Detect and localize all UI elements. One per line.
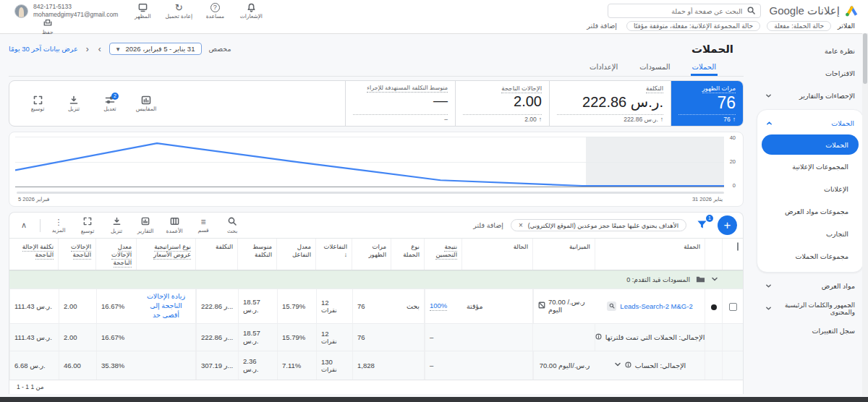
vertical-scrollbar[interactable] — [862, 33, 868, 396]
tab-settings[interactable]: الإعدادات — [588, 63, 619, 76]
table-search-button[interactable]: بحث — [221, 217, 243, 234]
header-opt-score[interactable]: نتيجة التحسين — [425, 239, 462, 270]
empty-cell — [462, 351, 533, 380]
date-range-value: 31 يناير - 5 فبراير، 2026 — [126, 45, 195, 53]
chevron-down-icon — [765, 283, 772, 289]
metrics-chart-icon — [141, 95, 151, 105]
campaign-status-chip[interactable]: حالة الحملة: مفعلة — [767, 21, 831, 31]
tab-drafts[interactable]: المسودات — [638, 63, 671, 76]
empty-cell — [723, 324, 743, 351]
adgroup-status-chip[interactable]: حالة المجموعة الإعلانية: مفعلة، متوقفة م… — [626, 21, 760, 31]
empty-cell — [391, 351, 425, 380]
sidebar-item-insights-reports[interactable]: الإحصاءات والتقارير — [757, 85, 864, 107]
sidebar-label: المجموعات الإعلانية — [792, 163, 848, 171]
row-checkbox[interactable] — [729, 303, 737, 311]
metric-target-cpa[interactable]: متوسط التكلفة المستهدفة للإجراء — – — [345, 81, 455, 126]
header-conv-rate[interactable]: معدل الإحالات الناجحة — [96, 239, 137, 270]
sidebar-item-recommendations[interactable]: الاقتراحات — [757, 62, 864, 85]
header-interaction-rate[interactable]: معدل التفاعل — [277, 239, 316, 270]
impressions-cell: 1,828 — [352, 351, 391, 380]
drafts-in-progress-row[interactable]: المسودات قيد التقدم: 0 — [9, 270, 743, 288]
header-interactions[interactable]: التفاعلات ↓ — [316, 239, 352, 270]
brand[interactable]: إعلانات Google — [770, 4, 859, 19]
global-search[interactable] — [608, 4, 761, 18]
top-app-bar: إعلانات Google الإشعارات ? مساعدة ↻ إعاد… — [0, 0, 868, 20]
campaign-name-cell[interactable]: Leads-Search-2 M&G-2 — [595, 289, 705, 322]
delta-value: 2.00 — [524, 116, 537, 123]
header-conversions[interactable]: الإحالات الناجحة — [59, 239, 96, 270]
date-prev-arrow[interactable]: ‹ — [85, 44, 90, 54]
adjust-button[interactable]: 2 تعديل — [98, 95, 122, 112]
notifications-button[interactable]: الإشعارات — [235, 3, 267, 20]
table-download-button[interactable]: تنزيل — [106, 217, 127, 234]
new-campaign-button[interactable]: + — [718, 215, 737, 235]
date-range-button[interactable]: 31 يناير - 5 فبراير، 2026 ▾ — [109, 43, 203, 55]
metric-conversions[interactable]: الإحالات الناجحة 2.00 2.00 ↑ — [455, 81, 549, 126]
more-button[interactable]: ⋮ المزيد — [48, 218, 69, 234]
date-next-arrow[interactable]: › — [97, 44, 103, 54]
appearance-button[interactable]: المظهر — [127, 3, 158, 20]
table-add-filter-link[interactable]: إضافة فلتر — [473, 221, 503, 229]
sidebar-item-audiences-keywords[interactable]: الجمهور والكلمات الرئيسية والمحتوى — [757, 297, 864, 320]
header-cost-per-conv[interactable]: تكلفة الإحالة الناجحة — [9, 239, 59, 270]
campaign-name-link[interactable]: Leads-Search-2 M&G-2 — [620, 302, 692, 310]
sidebar-subitem-experiments[interactable]: التجارب — [762, 223, 859, 244]
bid-strategy-cell[interactable]: زيادة الإحالات الناجحة إلى أقصى حد — [137, 289, 196, 322]
metric-impressions[interactable]: مرات الظهور 76 76 ↑ — [671, 81, 743, 126]
header-bid-strategy[interactable]: نوع استراتيجية عروض الأسعار — [137, 239, 196, 270]
download-button[interactable]: تنزيل — [61, 95, 86, 112]
columns-button[interactable]: الأعمدة — [163, 217, 185, 234]
sidebar-subitem-campaigns[interactable]: الحملات — [762, 134, 859, 155]
metrics-button[interactable]: المقاييس — [134, 95, 158, 112]
conv-rate-cell: 16.67% — [96, 324, 137, 351]
refresh-button[interactable]: ↻ إعادة تحميل — [163, 3, 195, 20]
show-last-30-days-link[interactable]: عرض بيانات آخر 30 يومًا — [9, 45, 78, 53]
funnel-icon — [697, 219, 707, 231]
avatar[interactable] — [14, 4, 28, 18]
sidebar-subitem-ads[interactable]: الإعلانات — [762, 178, 859, 200]
header-avg-cost[interactable]: متوسط التكلفة — [238, 239, 277, 270]
sidebar-item-assets[interactable]: مواد العرض — [757, 275, 864, 297]
header-budget[interactable]: الميزانية — [533, 239, 595, 270]
info-icon — [595, 333, 602, 341]
select-all-checkbox[interactable] — [737, 242, 739, 251]
add-filter-link[interactable]: إضافة فلتر — [587, 22, 617, 30]
account-info[interactable]: 842-171-5133 mohamedgimy471@gmail.com — [10, 3, 118, 19]
chevron-down-icon — [711, 275, 718, 284]
header-checkbox-cell — [723, 239, 743, 270]
sidebar-subitem-ad-groups[interactable]: المجموعات الإعلانية — [762, 155, 859, 177]
sidebar-item-overview[interactable]: نظرة عامة — [757, 40, 864, 62]
header-campaign-type[interactable]: نوع الحملة — [391, 239, 425, 270]
campaign-type-cell: بحث — [391, 289, 425, 322]
sidebar-subitem-asset-groups[interactable]: مجموعات مواد العرض — [762, 200, 859, 222]
table-row-campaign[interactable]: Leads-Search-2 M&G-2 70.00 ر.س./اليوم مؤ… — [9, 288, 743, 322]
reports-button[interactable]: التقارير — [135, 217, 156, 234]
header-status[interactable]: الحالة — [462, 239, 533, 270]
opt-score-cell[interactable]: 100% — [425, 289, 462, 322]
table-expand-button[interactable]: توسيع — [77, 217, 98, 234]
metric-cost[interactable]: التكلفة 222.86 ر.س. 222.86 ر.س. ↑ — [549, 81, 671, 126]
collapse-table-button[interactable]: ∧ — [15, 221, 33, 230]
budget-cell[interactable]: 70.00 ر.س./اليوم — [533, 289, 595, 322]
scrollbar-thumb[interactable] — [863, 33, 867, 84]
header-campaign[interactable]: الحملة — [595, 239, 705, 270]
sidebar-item-campaigns-group[interactable]: الحملات — [757, 112, 863, 134]
header-cost[interactable]: التكلفة — [196, 239, 238, 270]
segment-button[interactable]: ≡ قسم — [192, 218, 214, 234]
chart-plot-area[interactable] — [15, 137, 724, 187]
header-impressions[interactable]: مرات الظهور — [352, 239, 391, 270]
close-icon[interactable]: × — [519, 221, 523, 229]
tab-campaigns[interactable]: الحملات — [691, 63, 718, 76]
sidebar-subitem-campaign-groups[interactable]: مجموعات الحملات — [762, 245, 859, 267]
sidebar-item-change-history[interactable]: سجل التغييرات — [757, 320, 864, 342]
avg-cost-cell: 18.57 ر.س. — [238, 289, 277, 322]
search-input[interactable] — [613, 7, 743, 15]
status-cell[interactable]: مؤقتة — [462, 289, 533, 322]
expand-button[interactable]: توسيع — [25, 95, 50, 112]
help-button[interactable]: ? مساعدة — [199, 3, 231, 20]
chevron-down-icon[interactable] — [614, 361, 621, 369]
goals-filter-chip[interactable]: الأهداف يحتوي عليها جميعًا حجز موعدين (ا… — [511, 219, 686, 231]
save-button[interactable]: حفظ — [42, 19, 54, 35]
filter-funnel-button[interactable]: 1 — [694, 218, 710, 234]
metrics-label: المقاييس — [136, 106, 157, 112]
